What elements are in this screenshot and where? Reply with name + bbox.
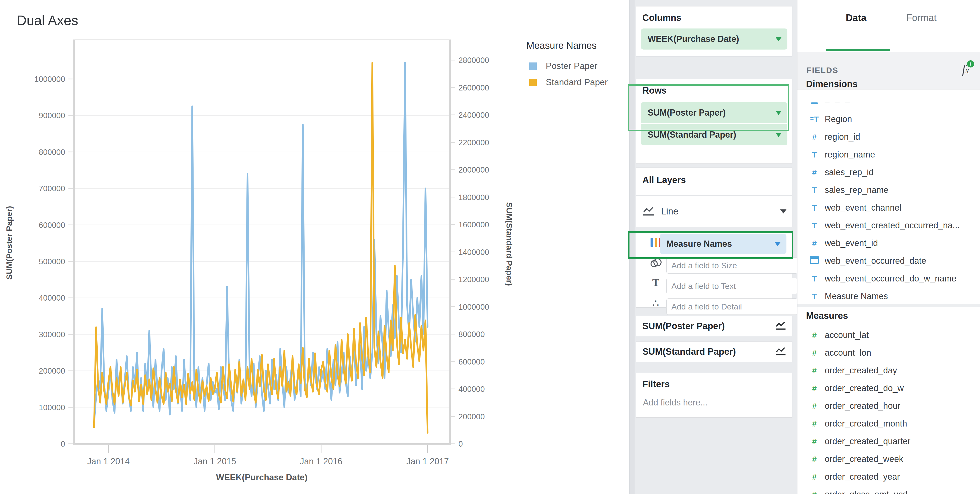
create-calculated-field-icon[interactable]: fx (962, 62, 969, 76)
field-row-measure-names[interactable]: TMeasure Names (797, 287, 980, 305)
shelf-panel: Columns WEEK(Purchase Date) Rows SUM(Pos… (629, 0, 797, 494)
shelf-panel-scrollbar[interactable] (629, 0, 635, 494)
right-axis-tick-label: 1800000 (458, 193, 489, 202)
filters-placeholder: Add fields here... (643, 398, 792, 408)
field-label: Measure Names (825, 291, 888, 301)
section-divider (797, 304, 980, 307)
chart-tick-labels: 0100000200000300000400000500000600000700… (35, 56, 489, 466)
all-layers-card: All Layers (636, 167, 792, 195)
field-row-sales-rep-id[interactable]: #sales_rep_id (797, 164, 980, 181)
field-row-order-created-year[interactable]: #order_created_year (797, 468, 980, 486)
field-row-order-created-day[interactable]: #order_created_day (797, 362, 980, 379)
field-row-faded[interactable]: – – – (797, 92, 980, 110)
detail-field-input[interactable] (667, 298, 797, 315)
right-axis-tick-label: 2800000 (458, 56, 489, 65)
legend: Measure Names Poster Paper Standard Pape… (527, 40, 622, 94)
chevron-down-icon[interactable] (780, 209, 786, 214)
field-row-account-lon[interactable]: #account_lon (797, 344, 980, 362)
legend-item-label: Standard Paper (546, 77, 608, 88)
data-panel: Data Format FIELDS fx Dimensions – – –=T… (797, 0, 980, 494)
right-axis-tick-label: 0 (458, 440, 463, 448)
left-axis-tick-label: 1000000 (35, 75, 65, 83)
pill-sum-poster-paper[interactable]: SUM(Poster Paper) (641, 102, 788, 123)
field-label: order_created_hour (825, 401, 900, 411)
size-field-input[interactable] (667, 257, 797, 274)
field-row-web-event-id[interactable]: #web_event_id (797, 234, 980, 252)
text-field-icon: T (808, 185, 821, 195)
right-axis-tick-label: 1200000 (458, 275, 489, 284)
field-row-order-created-week[interactable]: #order_created_week (797, 450, 980, 468)
field-row-web-event-occurred-date[interactable]: web_event_occurred_date (797, 252, 980, 270)
calculated-text-field-icon: =T (808, 115, 821, 124)
panel-tabbar: Data Format (797, 0, 980, 51)
field-label: web_event_created_occurred_na... (825, 220, 960, 231)
pill-label: WEEK(Purchase Date) (648, 34, 775, 44)
field-row-sales-rep-name[interactable]: Tsales_rep_name (797, 181, 980, 199)
rows-shelf-header: Rows (643, 86, 792, 96)
field-label: region_id (825, 132, 860, 142)
left-axis-title: SUM(Poster Paper) (5, 159, 14, 327)
line-chart-icon (775, 321, 786, 331)
left-axis-tick-label: 900000 (39, 111, 65, 120)
left-axis-tick-label: 200000 (39, 367, 65, 375)
measure-card-standard[interactable]: SUM(Standard Paper) (636, 341, 792, 362)
number-field-icon: # (808, 366, 821, 375)
x-axis-tick-label: Jan 1 2016 (300, 456, 342, 466)
right-axis-tick-label: 2000000 (458, 166, 489, 174)
legend-item-poster[interactable]: Poster Paper (527, 61, 622, 71)
field-label: order_created_year (825, 472, 900, 482)
pill-week-purchase-date[interactable]: WEEK(Purchase Date) (641, 29, 788, 49)
field-label: account_lon (825, 348, 871, 358)
right-axis-tick-label: 1400000 (458, 248, 489, 257)
field-row-web-event-created-occurred-na-[interactable]: Tweb_event_created_occurred_na... (797, 217, 980, 234)
field-row-region[interactable]: =TRegion (797, 110, 980, 128)
field-label: order_gloss_amt_usd (825, 489, 907, 494)
number-field-icon: # (808, 348, 821, 358)
field-label: order_created_quarter (825, 436, 910, 446)
right-axis-title: SUM(Standard Paper) (504, 160, 514, 328)
right-axis-tick-label: 600000 (458, 357, 485, 366)
chevron-down-icon[interactable] (775, 133, 782, 137)
size-icon (649, 258, 663, 269)
field-row-region-name[interactable]: Tregion_name (797, 146, 980, 164)
left-axis-tick-label: 800000 (39, 148, 65, 156)
chevron-down-icon[interactable] (775, 111, 782, 115)
standard-paper-swatch-icon (529, 79, 537, 86)
pill-sum-standard-paper[interactable]: SUM(Standard Paper) (641, 124, 788, 145)
field-row-order-created-month[interactable]: #order_created_month (797, 415, 980, 432)
field-row-order-created-do-w[interactable]: #order_created_do_w (797, 379, 980, 397)
pill-label: SUM(Standard Paper) (648, 130, 775, 140)
chevron-down-icon[interactable] (775, 37, 782, 41)
right-axis-tick-label: 1600000 (458, 220, 489, 229)
tab-data[interactable]: Data (837, 13, 875, 23)
number-field-icon: # (808, 454, 821, 464)
dimensions-header: Dimensions (806, 79, 858, 89)
legend-item-label: Poster Paper (546, 61, 597, 71)
chevron-down-icon[interactable] (775, 242, 781, 246)
field-label: account_lat (825, 330, 869, 340)
field-label: region_name (825, 150, 875, 159)
field-row-web-event-channel[interactable]: Tweb_event_channel (797, 199, 980, 217)
left-axis-tick-label: 100000 (39, 403, 65, 412)
left-axis-tick-label: 300000 (39, 330, 65, 339)
measure-card-label: SUM(Poster Paper) (643, 321, 775, 331)
field-row-order-gloss-amt-usd[interactable]: #order_gloss_amt_usd (797, 486, 980, 494)
measure-card-poster[interactable]: SUM(Poster Paper) (636, 316, 792, 336)
right-axis-tick-label: 200000 (458, 412, 485, 421)
field-row-region-id[interactable]: #region_id (797, 128, 980, 146)
text-field-input[interactable] (667, 278, 797, 294)
field-row-order-created-hour[interactable]: #order_created_hour (797, 397, 980, 415)
field-row-order-created-quarter[interactable]: #order_created_quarter (797, 432, 980, 450)
legend-item-standard[interactable]: Standard Paper (527, 77, 622, 88)
field-label: web_event_id (825, 238, 878, 248)
pill-label: Measure Names (667, 239, 775, 249)
filters-shelf[interactable]: Filters Add fields here... (636, 373, 792, 418)
field-row-web-event-occurred-do-w-name[interactable]: Tweb_event_occurred_do_w_name (797, 270, 980, 287)
all-layers-header: All Layers (643, 175, 792, 185)
mark-type-selector[interactable]: Line (636, 196, 792, 227)
active-tab-underline (826, 49, 890, 51)
pill-measure-names[interactable]: Measure Names (660, 234, 786, 254)
field-row-account-lat[interactable]: #account_lat (797, 326, 980, 344)
line-chart-icon (643, 206, 655, 217)
tab-format[interactable]: Format (900, 13, 943, 23)
